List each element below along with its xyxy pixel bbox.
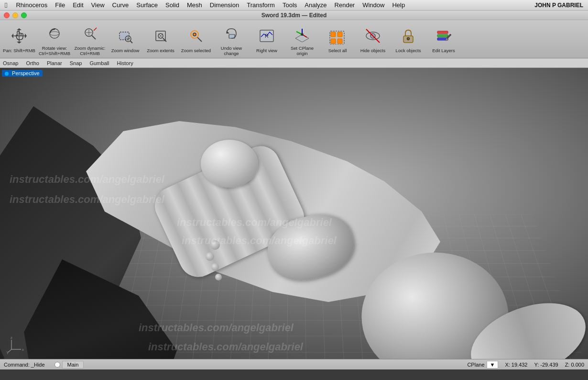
menu-help[interactable]: Help [388,1,409,9]
hide-objects-label: Hide objects [360,48,385,53]
svg-line-32 [8,349,11,352]
close-button[interactable] [4,12,10,18]
menubar:  Rhinoceros File Edit View Curve Surfac… [0,0,588,11]
svg-point-1 [50,32,59,35]
lock-objects-tool[interactable]: Lock objects [391,21,425,57]
gumball-toggle[interactable]: Gumball [89,60,109,66]
osnap-toggle[interactable]: Osnap [3,60,18,66]
svg-point-26 [407,38,410,40]
edit-layers-icon [433,25,454,46]
right-view-tool[interactable]: R Right view [250,21,284,57]
hide-objects-icon [362,25,383,46]
pan-tool[interactable]: Pan: Shift+RMB [2,21,36,57]
cplane-control[interactable]: CPlane ▼ [467,361,498,369]
cplane-label: CPlane [467,362,484,368]
svg-line-6 [130,41,132,43]
zoom-selected-label: Zoom selected [181,48,211,53]
status-coords: CPlane ▼ X: 19.432 Y: -29.439 Z: 0.000 [467,361,584,369]
z-coord: Z: 0.000 [565,362,584,368]
rotate-view-label: Rotate view: Ctrl+Shift+RMB [38,45,71,56]
snap-toggle[interactable]: Snap [70,60,82,66]
traffic-lights [4,12,27,18]
select-all-icon [327,25,348,46]
svg-rect-18 [338,32,342,37]
menu-view[interactable]: View [87,1,109,9]
pan-icon [9,25,30,46]
menu-file[interactable]: File [51,1,69,9]
zoom-window-tool[interactable]: Zoom window [108,21,142,57]
right-view-icon: R [256,25,277,46]
zoom-dynamic-icon [79,23,100,44]
zoom-extents-icon [150,25,171,46]
zoom-extents-label: Zoom extents [147,48,174,53]
ortho-toggle[interactable]: Ortho [26,60,39,66]
svg-rect-19 [331,39,336,44]
apple-menu[interactable]:  [0,1,12,9]
menu-edit[interactable]: Edit [69,1,87,9]
undo-view-tool[interactable]: Undo view change [214,21,249,57]
menu-render[interactable]: Render [331,1,359,9]
svg-rect-27 [437,31,448,34]
zoom-extents-tool[interactable]: Zoom extents [143,21,178,57]
cplane-dropdown[interactable]: ▼ [487,361,499,369]
menu-tools[interactable]: Tools [279,1,301,9]
viewport[interactable]: Perspective instructables.com/angelgabri… [0,68,588,369]
planar-toggle[interactable]: Planar [47,60,62,66]
edit-layers-label: Edit Layers [432,48,455,53]
user-name: JOHN P GABRIEL [534,2,588,9]
svg-rect-20 [338,39,342,44]
hide-objects-tool[interactable]: Hide objects [356,21,390,57]
svg-text:x: x [22,347,24,352]
axis-indicator: x z y [7,335,26,355]
zoom-dynamic-label: Zoom dynamic: Ctrl+RMB [74,45,106,56]
menu-surface[interactable]: Surface [132,1,162,9]
status-indicator [54,362,60,368]
command-text: Command: _Hide [4,362,54,368]
svg-rect-17 [331,32,336,37]
titlebar: Sword 19.3dm — Edited [0,11,588,20]
svg-rect-13 [229,34,235,38]
set-cplane-icon [292,23,313,44]
zoom-selected-tool[interactable]: Zoom selected [179,21,213,57]
status-input-area: Main [54,361,84,369]
menu-window[interactable]: Window [359,1,388,9]
viewport-label: Perspective [2,70,43,77]
svg-line-24 [366,29,380,43]
minimize-button[interactable] [12,12,18,18]
zoom-dynamic-tool[interactable]: Zoom dynamic: Ctrl+RMB [73,21,107,57]
sword-model [0,68,588,369]
menu-mesh[interactable]: Mesh [183,1,206,9]
rotate-view-tool[interactable]: Rotate view: Ctrl+Shift+RMB [37,21,72,57]
set-cplane-label: Set CPlane origin [286,45,318,56]
y-coord: Y: -29.439 [534,362,558,368]
menu-rhinoceros[interactable]: Rhinoceros [12,1,51,9]
svg-rect-28 [437,34,448,37]
edit-layers-tool[interactable]: Edit Layers [426,21,461,57]
svg-line-3 [92,35,96,39]
menu-analyze[interactable]: Analyze [301,1,330,9]
set-cplane-tool[interactable]: Set CPlane origin [285,21,319,57]
snapbar: Osnap Ortho Planar Snap Gumball History [0,58,588,68]
undo-view-icon [221,23,242,44]
bead-1 [210,240,220,250]
zoom-window-icon [115,25,136,46]
menu-dimension[interactable]: Dimension [206,1,243,9]
lock-objects-label: Lock objects [396,48,421,53]
undo-view-label: Undo view change [215,45,248,56]
rotate-view-icon [44,23,65,44]
toolbar: Pan: Shift+RMB Rotate view: Ctrl+Shift+R… [0,20,588,58]
status-main-label: Main [62,361,84,369]
bead-2 [206,252,214,261]
menu-solid[interactable]: Solid [162,1,183,9]
svg-text:z: z [11,335,12,340]
menu-curve[interactable]: Curve [109,1,133,9]
select-all-label: Select all [328,48,347,53]
history-toggle[interactable]: History [117,60,133,66]
svg-point-16 [301,34,303,35]
lock-objects-icon [398,25,419,46]
bead-4 [215,274,222,280]
select-all-tool[interactable]: Select all [320,21,355,57]
svg-text:y: y [7,350,9,354]
maximize-button[interactable] [21,12,27,18]
menu-transform[interactable]: Transform [243,1,279,9]
